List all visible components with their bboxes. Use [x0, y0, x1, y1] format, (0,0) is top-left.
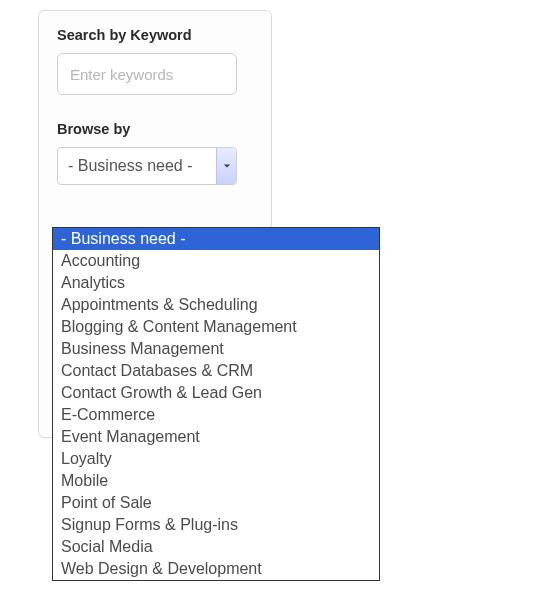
dropdown-option[interactable]: Event Management	[53, 426, 379, 448]
dropdown-option[interactable]: Loyalty	[53, 448, 379, 470]
dropdown-option[interactable]: - Business need -	[53, 228, 379, 250]
chevron-down-icon	[216, 148, 236, 184]
business-need-dropdown[interactable]: - Business need -AccountingAnalyticsAppo…	[52, 227, 380, 581]
dropdown-option[interactable]: E-Commerce	[53, 404, 379, 426]
search-section: Search by Keyword	[57, 27, 253, 95]
dropdown-option[interactable]: Analytics	[53, 272, 379, 294]
browse-label: Browse by	[57, 121, 253, 137]
business-need-select[interactable]: - Business need -	[57, 147, 237, 185]
dropdown-option[interactable]: Social Media	[53, 536, 379, 558]
browse-section: Browse by - Business need -	[57, 121, 253, 185]
dropdown-option[interactable]: Blogging & Content Management	[53, 316, 379, 338]
dropdown-option[interactable]: Appointments & Scheduling	[53, 294, 379, 316]
search-label: Search by Keyword	[57, 27, 253, 43]
dropdown-option[interactable]: Accounting	[53, 250, 379, 272]
search-input[interactable]	[57, 53, 237, 95]
dropdown-option[interactable]: Contact Growth & Lead Gen	[53, 382, 379, 404]
dropdown-option[interactable]: Point of Sale	[53, 492, 379, 514]
select-current-value: - Business need -	[68, 157, 193, 175]
dropdown-option[interactable]: Signup Forms & Plug-ins	[53, 514, 379, 536]
dropdown-option[interactable]: Web Design & Development	[53, 558, 379, 580]
dropdown-option[interactable]: Contact Databases & CRM	[53, 360, 379, 382]
dropdown-option[interactable]: Mobile	[53, 470, 379, 492]
dropdown-option[interactable]: Business Management	[53, 338, 379, 360]
